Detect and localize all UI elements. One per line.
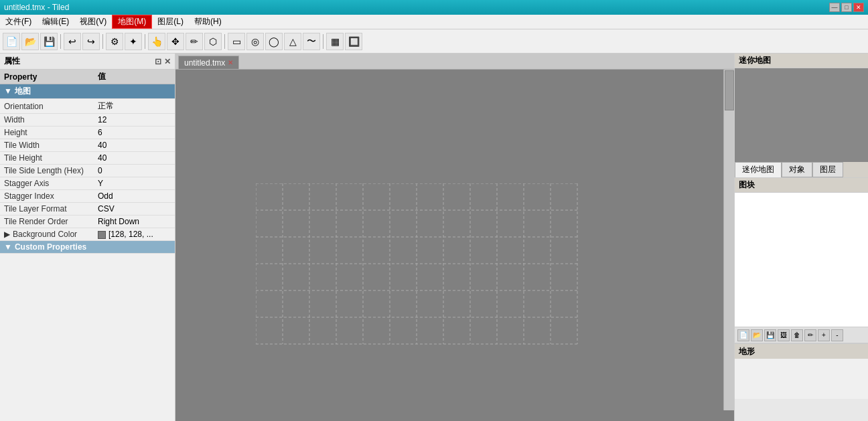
select-button[interactable]: 👆 xyxy=(148,33,165,50)
redo-button[interactable]: ↪ xyxy=(82,33,100,50)
toolbar-sep3 xyxy=(145,34,145,49)
titlebar-title: untitled.tmx - Tiled xyxy=(4,3,69,12)
tileset-remove-btn[interactable]: - xyxy=(831,329,843,341)
section-map-label: ▼地图 xyxy=(0,84,175,99)
minimap-header: 迷你地图 xyxy=(735,54,868,68)
prop-tile-width-value: 40 xyxy=(94,139,175,152)
prop-bg-color-value: [128, 128, ... xyxy=(94,228,175,241)
tab-document[interactable]: untitled.tmx ✕ xyxy=(178,56,239,69)
properties-panel-header: 属性 ⊡ ✕ xyxy=(0,54,175,70)
maximize-button[interactable]: □ xyxy=(841,3,852,12)
poly-button[interactable]: ◎ xyxy=(246,33,264,50)
prop-orientation-name: Orientation xyxy=(0,99,94,114)
undo-button[interactable]: ↩ xyxy=(64,33,81,50)
tile-grid xyxy=(256,183,578,345)
prop-width: Width 12 xyxy=(0,114,175,127)
tileset-content xyxy=(735,193,868,327)
tab-objects[interactable]: 对象 xyxy=(782,162,812,177)
toolbar: 📄 📂 💾 ↩ ↪ ⚙ ✦ 👆 ✥ ✏ ⬡ ▭ ◎ ◯ △ 〜 ▦ 🔲 xyxy=(0,29,868,54)
titlebar-controls: — □ ✕ xyxy=(829,3,864,12)
tileset-save-btn[interactable]: 💾 xyxy=(764,329,776,341)
section-custom-label: ▼Custom Properties xyxy=(0,241,175,254)
prop-height: Height 6 xyxy=(0,127,175,139)
minimap-tabs: 迷你地图 对象 图层 xyxy=(735,162,868,177)
erase-button[interactable]: ⬡ xyxy=(204,33,222,50)
minimap-content xyxy=(735,68,868,162)
ellipse-button[interactable]: ◯ xyxy=(265,33,283,50)
prop-tile-side: Tile Side Length (Hex) 0 xyxy=(0,165,175,177)
save-button[interactable]: 💾 xyxy=(40,33,58,50)
vertical-scrollbar[interactable] xyxy=(723,70,734,410)
tile-btn[interactable]: ▦ xyxy=(326,33,344,50)
prop-render-order-name: Tile Render Order xyxy=(0,216,94,228)
curve-button[interactable]: 〜 xyxy=(303,33,320,50)
toolbar-sep2 xyxy=(102,34,103,49)
poly2-button[interactable]: △ xyxy=(284,33,301,50)
tileset-edit-btn[interactable]: ✏ xyxy=(804,329,816,341)
move-button[interactable]: ✥ xyxy=(167,33,184,50)
menu-map[interactable]: 地图(M) xyxy=(112,15,152,29)
prop-width-value: 12 xyxy=(94,114,175,127)
menu-layer[interactable]: 图层(L) xyxy=(152,15,189,29)
prop-tile-height-name: Tile Height xyxy=(0,152,94,165)
tab-layers[interactable]: 图层 xyxy=(812,162,843,177)
right-panel: 迷你地图 迷你地图 对象 图层 图块 📄 📂 💾 🖼 🗑 ✏ + xyxy=(734,54,868,421)
section-map-row: ▼地图 xyxy=(0,84,175,99)
panel-close-icon[interactable]: ✕ xyxy=(164,57,171,66)
tileset-add-btn[interactable]: + xyxy=(818,329,830,341)
tab-minimap[interactable]: 迷你地图 xyxy=(735,162,782,177)
prop-layer-format-value: CSV xyxy=(94,203,175,216)
section-custom-row: ▼Custom Properties xyxy=(0,241,175,254)
fill-button[interactable]: ✦ xyxy=(125,33,142,50)
prop-stagger-axis-name: Stagger Axis xyxy=(0,177,94,190)
prop-render-order-value: Right Down xyxy=(94,216,175,228)
prop-tile-width-name: Tile Width xyxy=(0,139,94,152)
tab-bar: untitled.tmx ✕ xyxy=(175,54,734,70)
map-viewport[interactable] xyxy=(175,70,734,421)
menu-file[interactable]: 文件(F) xyxy=(0,15,37,29)
prop-orientation: Orientation 正常 xyxy=(0,99,175,114)
minimize-button[interactable]: — xyxy=(829,3,840,12)
properties-panel: 属性 ⊡ ✕ Property 值 ▼地图 xyxy=(0,54,175,421)
prop-render-order: Tile Render Order Right Down xyxy=(0,216,175,228)
bg-color-swatch xyxy=(98,231,106,239)
toolbar-sep1 xyxy=(60,34,61,49)
tab-close-icon[interactable]: ✕ xyxy=(228,59,233,66)
tileset-open-btn[interactable]: 📂 xyxy=(751,329,763,341)
new-button[interactable]: 📄 xyxy=(3,33,20,50)
close-button[interactable]: ✕ xyxy=(853,3,864,12)
canvas-area[interactable]: untitled.tmx ✕ xyxy=(175,54,734,421)
prop-tile-side-value: 0 xyxy=(94,165,175,177)
menu-edit[interactable]: 编辑(E) xyxy=(37,15,74,29)
menubar: 文件(F) 编辑(E) 视图(V) 地图(M) 图层(L) 帮助(H) xyxy=(0,15,868,29)
object-btn[interactable]: 🔲 xyxy=(345,33,362,50)
rect-select-button[interactable]: ▭ xyxy=(228,33,245,50)
tileset-new-btn[interactable]: 📄 xyxy=(737,329,749,341)
prop-orientation-value: 正常 xyxy=(94,99,175,114)
tileset-img-btn[interactable]: 🖼 xyxy=(778,329,790,341)
prop-stagger-axis-value: Y xyxy=(94,177,175,190)
col-value: 值 xyxy=(94,70,175,84)
prop-layer-format-name: Tile Layer Format xyxy=(0,203,94,216)
tab-document-label: untitled.tmx xyxy=(184,58,225,68)
menu-view[interactable]: 视图(V) xyxy=(74,15,112,29)
prop-tile-height-value: 40 xyxy=(94,152,175,165)
toolbar-sep4 xyxy=(224,34,225,49)
prop-tile-height: Tile Height 40 xyxy=(0,152,175,165)
properties-title: 属性 xyxy=(4,56,20,67)
scrollbar-thumb[interactable] xyxy=(725,70,734,110)
panel-float-icon[interactable]: ⊡ xyxy=(155,57,161,66)
prop-layer-format: Tile Layer Format CSV xyxy=(0,203,175,216)
tileset-header: 图块 xyxy=(735,178,868,193)
properties-table: Property 值 ▼地图 Orientation 正常 xyxy=(0,70,175,421)
prop-bg-color: ▶Background Color [128, 128, ... xyxy=(0,228,175,241)
open-button[interactable]: 📂 xyxy=(21,33,39,50)
prop-width-name: Width xyxy=(0,114,94,127)
menu-help[interactable]: 帮助(H) xyxy=(189,15,227,29)
stamp-button[interactable]: ⚙ xyxy=(106,33,123,50)
tileset-title: 图块 xyxy=(739,179,755,191)
tileset-del-btn[interactable]: 🗑 xyxy=(791,329,803,341)
paint-button[interactable]: ✏ xyxy=(186,33,203,50)
prop-stagger-axis: Stagger Axis Y xyxy=(0,177,175,190)
terrain-title: 地形 xyxy=(739,346,755,357)
